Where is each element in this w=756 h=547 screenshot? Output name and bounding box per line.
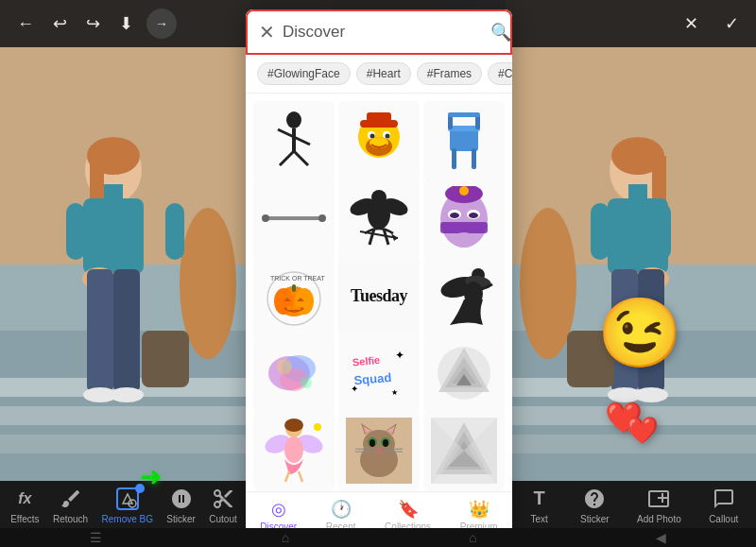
sticker-right-label: Sticker [580, 514, 610, 524]
removebg-icon [114, 486, 141, 512]
sticker-angel[interactable] [423, 256, 505, 337]
svg-rect-56 [448, 126, 480, 131]
close-button[interactable]: ✕ [679, 8, 704, 40]
android-nav-bar: ☰ ⌂ ⌂ ◀ [0, 528, 756, 547]
svg-point-75 [459, 186, 469, 196]
svg-rect-19 [142, 331, 189, 387]
android-home-button[interactable]: ⌂ [282, 530, 289, 545]
tag-cupid[interactable]: #Cupid [488, 62, 512, 85]
svg-rect-5 [0, 435, 250, 453]
tags-row: #GlowingFace #Heart #Frames #Cupid [246, 55, 512, 94]
svg-rect-13 [165, 203, 184, 260]
svg-rect-57 [452, 148, 456, 169]
back-button[interactable]: ← [11, 9, 40, 40]
sticker-tool[interactable]: Sticker [161, 482, 201, 528]
svg-rect-4 [0, 406, 250, 425]
sticker-squad[interactable]: Selfie Squad ✦ ✦ ★ [338, 333, 420, 414]
search-input[interactable] [283, 23, 483, 42]
svg-rect-31 [628, 184, 647, 203]
cutout-tool[interactable]: Cutout [203, 482, 242, 528]
svg-point-18 [110, 387, 144, 402]
svg-line-121 [299, 471, 302, 482]
svg-point-78 [450, 213, 459, 218]
svg-line-43 [294, 137, 310, 145]
undo-button[interactable]: ↩ [47, 8, 73, 40]
sticker-fireman[interactable] [338, 101, 420, 182]
svg-point-52 [386, 134, 390, 139]
text-tool[interactable]: T Text [521, 482, 558, 528]
tag-frames[interactable]: #Frames [417, 62, 482, 85]
sticker-watercolor[interactable] [253, 333, 335, 414]
sticker-chair[interactable] [423, 101, 505, 182]
sticker-mask[interactable] [423, 179, 505, 260]
tag-heart[interactable]: #Heart [356, 62, 411, 85]
svg-rect-16 [113, 269, 140, 392]
svg-point-114 [284, 419, 303, 432]
cutout-icon [210, 486, 236, 512]
sticker-label: Sticker [166, 514, 196, 524]
svg-text:★: ★ [391, 388, 398, 397]
retouch-icon [58, 486, 84, 512]
check-button[interactable]: ✓ [719, 8, 745, 40]
effects-label: Effects [10, 514, 39, 524]
callout-tool[interactable]: Callout [703, 482, 744, 528]
svg-rect-86 [292, 284, 296, 292]
search-clear-button[interactable]: ✕ [259, 21, 275, 43]
svg-point-117 [284, 436, 303, 463]
sticker-pumpkin[interactable]: TRICK OR TREAT YO SELF [253, 256, 335, 337]
retouch-label: Retouch [53, 514, 88, 524]
android-home-button-2[interactable]: ⌂ [469, 530, 476, 545]
android-back-button[interactable]: ◀ [656, 530, 666, 545]
retouch-tool[interactable]: Retouch [47, 482, 94, 528]
sticker-geometric[interactable] [423, 333, 505, 414]
addphoto-tool[interactable]: Add Photo [631, 482, 687, 528]
sticker-cat[interactable] [338, 410, 420, 491]
bottom-left-toolbar: fx Effects Retouch Remove BG Sticker [0, 481, 248, 528]
addphoto-icon [645, 486, 672, 512]
text-icon: T [526, 486, 553, 512]
svg-text:TRICK OR TREAT YO SELF: TRICK OR TREAT YO SELF [270, 275, 327, 282]
sticker-geo2[interactable] [423, 410, 505, 491]
recent-icon: 🕐 [331, 499, 352, 520]
svg-line-44 [280, 151, 294, 165]
sticker-fairy[interactable] [253, 410, 335, 491]
emoji-sticker-overlay: 😉❤️❤️ [597, 293, 682, 451]
effects-tool[interactable]: fx Effects [5, 482, 44, 528]
svg-rect-62 [266, 216, 322, 220]
search-bar: ✕ 🔍 [246, 9, 512, 55]
callout-icon [711, 486, 737, 512]
sticker-icon [168, 486, 195, 512]
svg-rect-89 [287, 306, 291, 310]
tag-glowingface[interactable]: #GlowingFace [257, 62, 351, 85]
svg-line-120 [285, 471, 289, 482]
forward-button[interactable]: → [146, 9, 177, 39]
bottom-right-toolbar: T Text Sticker Add Photo Callout [508, 481, 756, 528]
svg-marker-145 [123, 494, 132, 504]
sticker-right-tool[interactable]: Sticker [575, 482, 615, 528]
download-button[interactable]: ⬇ [113, 8, 139, 40]
collections-icon: 🔖 [398, 499, 419, 520]
search-icon[interactable]: 🔍 [490, 22, 511, 43]
svg-rect-90 [297, 306, 301, 310]
svg-point-63 [262, 214, 269, 222]
cutout-label: Cutout [209, 514, 236, 524]
svg-point-64 [318, 214, 326, 222]
sticker-grid: TRICK OR TREAT YO SELF Tuesday [246, 94, 512, 491]
sticker-tuesday[interactable]: Tuesday [338, 256, 420, 337]
callout-label: Callout [709, 514, 738, 524]
text-label: Text [531, 514, 548, 524]
svg-point-79 [469, 213, 478, 218]
svg-rect-58 [472, 148, 476, 169]
sticker-dancer[interactable] [253, 101, 335, 182]
svg-line-45 [294, 151, 308, 165]
svg-point-40 [286, 111, 301, 128]
svg-rect-32 [591, 203, 610, 260]
sticker-cupid[interactable] [338, 179, 420, 260]
svg-point-81 [453, 232, 475, 248]
android-menu-button[interactable]: ☰ [90, 530, 102, 545]
redo-button[interactable]: ↪ [80, 8, 106, 40]
effects-icon: fx [11, 486, 38, 512]
svg-rect-11 [104, 184, 123, 203]
svg-point-124 [363, 430, 395, 458]
sticker-line[interactable] [253, 179, 335, 260]
